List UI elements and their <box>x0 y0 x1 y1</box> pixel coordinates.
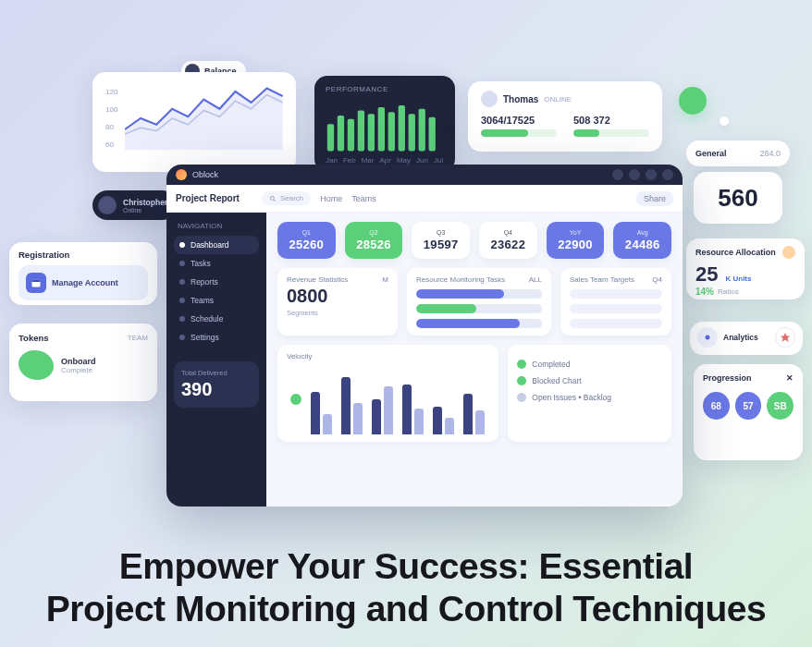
legend-label: Completed <box>532 360 570 369</box>
svg-rect-4 <box>358 111 364 152</box>
bullet-icon <box>179 279 185 285</box>
panel-sub: Segments <box>287 309 388 317</box>
user-chip: Christopher Online <box>92 190 177 220</box>
tab-home[interactable]: Home <box>320 194 342 203</box>
svg-marker-0 <box>125 89 283 151</box>
resource-bar <box>416 304 542 313</box>
kpi-card[interactable]: Avg24486 <box>613 222 671 259</box>
search-input[interactable]: Search <box>262 191 311 205</box>
sidebar-item-tasks[interactable]: Tasks <box>174 254 259 273</box>
kpi-label: Avg <box>619 229 666 236</box>
y-tick: 100 <box>105 105 117 114</box>
share-button[interactable]: Share <box>636 191 673 206</box>
bullet-icon <box>179 242 185 248</box>
sidebar-section: NAVIGATION <box>174 220 259 236</box>
kpi-label: YoY <box>552 229 599 236</box>
legend-dot-icon <box>517 360 526 369</box>
titlebar-icon[interactable] <box>646 169 657 180</box>
svg-marker-15 <box>781 333 790 342</box>
kpi-label: Q3 <box>417 229 464 236</box>
sidebar-item-teams[interactable]: Teams <box>174 291 259 310</box>
y-tick: 80 <box>105 123 117 131</box>
reso-big: 25 <box>695 262 718 287</box>
headline-line1: Empower Your Success: Essential <box>0 545 812 588</box>
search-placeholder: Search <box>280 194 303 202</box>
tokens-tag: TEAM <box>128 334 148 342</box>
line-chart-card: 120 100 80 60 <box>92 72 296 172</box>
x-tick: Jan <box>326 156 338 165</box>
prog-c3: SB <box>767 392 794 420</box>
sidebar-item-dashboard[interactable]: Dashboard <box>174 236 259 254</box>
kpi-card[interactable]: Q423622 <box>479 222 537 259</box>
panel-title: Velocity <box>287 352 313 360</box>
svg-rect-1 <box>327 124 334 151</box>
resource-bar <box>416 319 542 328</box>
kpi-card[interactable]: Q319597 <box>412 222 470 259</box>
bullet-icon <box>179 261 185 266</box>
panel-legend: Completed Blocked Chart Open Issues • Ba… <box>508 345 671 442</box>
status-icon <box>782 246 795 259</box>
userchip-status: Online <box>123 207 167 214</box>
svg-rect-2 <box>338 116 344 151</box>
prog-c2: 57 <box>735 392 762 420</box>
sidebar-item-settings[interactable]: Settings <box>174 328 259 347</box>
panel-badge: M <box>382 275 388 284</box>
big-number: 560 <box>718 184 757 213</box>
tokens-title: Tokens <box>18 333 49 343</box>
hero-headline: Empower Your Success: Essential Project … <box>0 545 812 630</box>
titlebar-icon[interactable] <box>612 169 623 180</box>
kpi-value: 28526 <box>351 238 398 251</box>
sidebar-item-label: Settings <box>191 333 219 342</box>
tab-teams[interactable]: Teams <box>351 194 376 203</box>
reso-pct-label: Ratios <box>718 287 739 296</box>
calendar-icon <box>26 273 46 293</box>
prog-title: Progression <box>703 373 752 383</box>
kpi-card[interactable]: Q228526 <box>345 222 403 259</box>
svg-rect-8 <box>399 105 405 151</box>
metric2-bar <box>573 129 599 137</box>
kpi-value: 22900 <box>552 238 599 251</box>
svg-line-17 <box>274 200 276 201</box>
metric-label: Total Delivered <box>181 369 252 377</box>
close-icon[interactable]: ✕ <box>786 373 794 383</box>
tokens-line1: Onboard <box>61 357 96 366</box>
star-icon[interactable] <box>775 327 795 348</box>
x-tick: Apr <box>379 156 390 165</box>
sidebar: NAVIGATION Dashboard Tasks Reports Teams… <box>166 213 266 507</box>
sidebar-item-label: Dashboard <box>191 240 229 250</box>
kpi-value: 23622 <box>485 238 532 251</box>
app-logo-icon <box>176 169 187 180</box>
resource-card: Resource Allocation 25 K Units 14% Ratio… <box>686 238 805 299</box>
x-tick: Jul <box>434 156 443 165</box>
svg-point-14 <box>706 336 710 340</box>
reso-unit: K Units <box>725 275 751 283</box>
bar-chart-svg <box>326 99 444 153</box>
app-brand: Oblock <box>192 170 218 179</box>
kpi-value: 24486 <box>619 238 666 251</box>
sales-slot <box>570 319 662 328</box>
titlebar-icon[interactable] <box>662 169 673 180</box>
kpi-card[interactable]: YoY22900 <box>547 222 605 259</box>
gen-right: 284.0 <box>759 149 781 158</box>
y-tick: 60 <box>105 140 117 149</box>
x-tick: Mar <box>362 156 375 165</box>
x-tick: May <box>397 156 411 165</box>
bullet-icon <box>179 335 185 340</box>
panel-badge: ALL <box>529 275 542 284</box>
legend-label: Blocked Chart <box>532 376 581 385</box>
reg-button-label: Manage Account <box>52 278 118 287</box>
decorative-dot <box>679 87 707 115</box>
pill-group-card: Analytics <box>690 322 803 355</box>
panel-sales: Sales Team TargetsQ4 <box>560 268 671 336</box>
reso-title: Resource Allocation <box>695 248 776 257</box>
svg-rect-5 <box>368 114 375 151</box>
userchip-name: Christopher <box>123 198 167 207</box>
sidebar-item-schedule[interactable]: Schedule <box>174 310 259 328</box>
svg-rect-7 <box>388 112 395 151</box>
titlebar-icon[interactable] <box>629 169 640 180</box>
headline-line2: Project Monitoring and Control Technique… <box>0 588 812 630</box>
sidebar-item-reports[interactable]: Reports <box>174 273 259 291</box>
kpi-card[interactable]: Q125260 <box>277 222 336 259</box>
y-tick: 120 <box>105 88 117 96</box>
manage-account-button[interactable]: Manage Account <box>18 265 148 300</box>
